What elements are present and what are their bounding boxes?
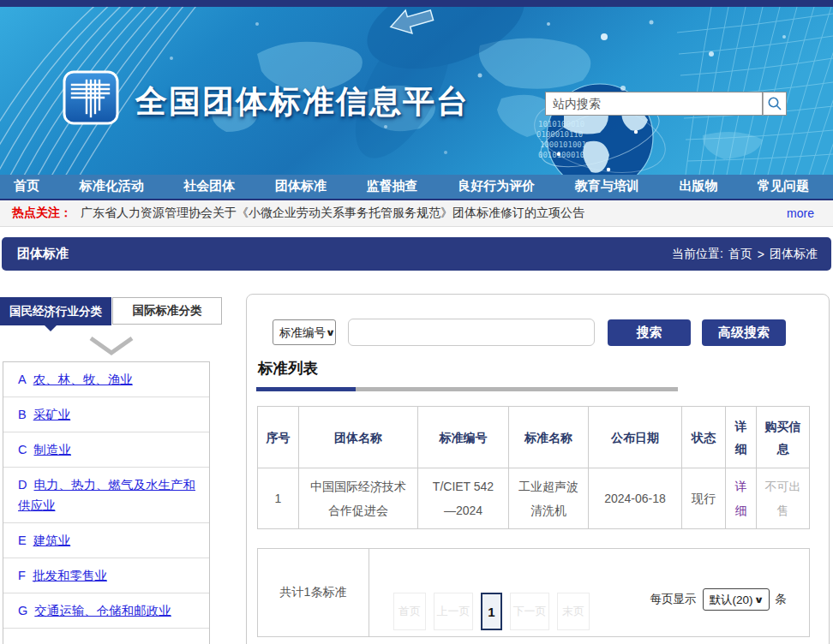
total-count: 共计1条标准 bbox=[258, 549, 369, 636]
breadcrumb-separator: > bbox=[758, 247, 764, 261]
chevron-down-icon: ∨ bbox=[753, 594, 770, 605]
category-item-e[interactable]: E 建筑业 bbox=[3, 523, 209, 558]
cell-group-name: 中国国际经济技术合作促进会 bbox=[299, 468, 418, 529]
standards-table: 序号 团体名称 标准编号 标准名称 公布日期 状态 详细 购买信息 1 中国国际… bbox=[257, 406, 810, 529]
purchase-info: 不可出售 bbox=[765, 480, 801, 517]
category-letter: D bbox=[18, 478, 27, 492]
keyword-input[interactable] bbox=[348, 319, 595, 346]
main-content: 标准编号 ∨ 搜索 高级搜索 标准列表 序号 团体名称 标准编号 标准名称 公布… bbox=[246, 294, 830, 644]
page-1-button[interactable]: 1 bbox=[481, 593, 502, 630]
hot-topic-bar: 热点关注： 广东省人力资源管理协会关于《小微企业劳动关系事务托管服务规范》团体标… bbox=[0, 200, 833, 227]
hot-topic-link[interactable]: 广东省人力资源管理协会关于《小微企业劳动关系事务托管服务规范》团体标准修订的立项… bbox=[81, 206, 584, 221]
col-publish-date: 公布日期 bbox=[589, 407, 682, 468]
nav-item-faq[interactable]: 常见问题 bbox=[758, 178, 809, 194]
category-item-b[interactable]: B 采矿业 bbox=[3, 397, 209, 432]
category-item-a[interactable]: A 农、林、牧、渔业 bbox=[3, 362, 209, 397]
pagination: 首页 上一页 1 下一页 末页 bbox=[393, 593, 590, 630]
per-page-label: 每页显示 bbox=[650, 592, 697, 607]
nav-item-group-standards[interactable]: 团体标准 bbox=[275, 178, 327, 194]
search-icon bbox=[767, 96, 782, 111]
list-title-rule bbox=[256, 387, 678, 391]
hot-topic-label: 热点关注： bbox=[12, 206, 72, 221]
col-serial: 序号 bbox=[258, 407, 299, 468]
search-button[interactable]: 搜索 bbox=[608, 319, 691, 346]
cell-standard-no: T/CIET 542—2024 bbox=[418, 468, 509, 529]
nav-item-education[interactable]: 教育与培训 bbox=[575, 178, 639, 194]
site-search-input[interactable] bbox=[545, 92, 763, 116]
category-label: 采矿业 bbox=[33, 408, 71, 421]
breadcrumb-home-link[interactable]: 首页 bbox=[728, 247, 752, 262]
page-next-button[interactable]: 下一页 bbox=[510, 593, 549, 630]
advanced-search-button[interactable]: 高级搜索 bbox=[702, 319, 786, 346]
banner: 10101000100100010110 1000101001001010001… bbox=[0, 7, 833, 175]
site-search bbox=[545, 92, 787, 116]
col-group-name: 团体名称 bbox=[299, 407, 418, 468]
search-type-dropdown[interactable]: 标准编号 bbox=[273, 320, 327, 344]
nav-item-supervision[interactable]: 监督抽查 bbox=[367, 178, 418, 194]
category-letter: G bbox=[18, 604, 27, 617]
category-letter: C bbox=[18, 443, 27, 456]
category-letter: E bbox=[18, 534, 27, 547]
category-label: 农、林、牧、渔业 bbox=[33, 373, 133, 386]
col-detail: 详细 bbox=[726, 407, 757, 468]
cell-status: 现行 bbox=[682, 468, 726, 529]
per-page-control: 每页显示 默认(20) ∨ 条 bbox=[650, 588, 787, 611]
category-item-d[interactable]: D 电力、热力、燃气及水生产和供应业 bbox=[3, 468, 209, 523]
nav-item-good-conduct[interactable]: 良好行为评价 bbox=[458, 178, 535, 194]
site-search-button[interactable] bbox=[763, 92, 787, 116]
svg-text:1000101001: 1000101001 bbox=[540, 140, 586, 149]
category-label: 电力、热力、燃气及水生产和供应业 bbox=[18, 478, 195, 512]
detail-link[interactable]: 详细 bbox=[735, 480, 747, 517]
category-item-c[interactable]: C 制造业 bbox=[3, 432, 209, 468]
breadcrumb-current: 团体标准 bbox=[770, 247, 818, 262]
category-letter: F bbox=[18, 569, 26, 582]
tab-international-standard-classification[interactable]: 国际标准分类 bbox=[112, 297, 222, 325]
tab-national-economy-classification[interactable]: 国民经济行业分类 bbox=[0, 297, 111, 325]
cell-serial: 1 bbox=[258, 468, 299, 529]
svg-text:0100010110: 0100010110 bbox=[536, 130, 583, 139]
page-prev-button[interactable]: 上一页 bbox=[434, 593, 473, 630]
pager-area: 首页 上一页 1 下一页 末页 每页显示 默认(20) ∨ 条 bbox=[369, 549, 809, 636]
category-label: 交通运输、仓储和邮政业 bbox=[34, 604, 171, 617]
top-strip bbox=[0, 0, 833, 7]
more-link[interactable]: more bbox=[787, 206, 814, 220]
col-purchase-info: 购买信息 bbox=[757, 407, 810, 468]
list-title: 标准列表 bbox=[258, 358, 318, 379]
nav-item-publications[interactable]: 出版物 bbox=[679, 178, 717, 194]
category-label: 制造业 bbox=[34, 443, 72, 456]
main-nav: 首页 标准化活动 社会团体 团体标准 监督抽查 良好行为评价 教育与培训 出版物… bbox=[0, 175, 833, 200]
category-letter: B bbox=[18, 408, 27, 421]
cell-publish-date: 2024-06-18 bbox=[589, 468, 682, 529]
page-title: 团体标准 bbox=[2, 246, 69, 262]
table-footer: 共计1条标准 首页 上一页 1 下一页 末页 每页显示 默认(20) ∨ bbox=[257, 548, 810, 637]
category-label: 批发和零售业 bbox=[33, 569, 107, 582]
col-standard-name: 标准名称 bbox=[509, 407, 589, 468]
category-item-g[interactable]: G 交通运输、仓储和邮政业 bbox=[3, 593, 209, 629]
category-item-f[interactable]: F 批发和零售业 bbox=[3, 558, 209, 593]
chevron-down-icon: ∨ bbox=[326, 327, 342, 338]
per-page-dropdown[interactable]: 默认(20) bbox=[704, 589, 756, 610]
svg-text:0010100010: 0010100010 bbox=[538, 151, 584, 159]
section-title-bar: 团体标准 当前位置: 首页 > 团体标准 bbox=[2, 237, 831, 271]
nav-item-social-groups[interactable]: 社会团体 bbox=[183, 178, 235, 194]
table-row: 1 中国国际经济技术合作促进会 T/CIET 542—2024 工业超声波清洗机… bbox=[258, 468, 810, 529]
page: 10101000100100010110 1000101001001010001… bbox=[0, 0, 833, 644]
cell-standard-name: 工业超声波清洗机 bbox=[509, 468, 589, 529]
col-status: 状态 bbox=[682, 407, 726, 468]
category-list: A 农、林、牧、渔业 B 采矿业 C 制造业 D 电力、热力、燃气及水生产和供应… bbox=[3, 361, 210, 644]
breadcrumb-label: 当前位置: bbox=[672, 247, 723, 262]
active-tab-pointer bbox=[45, 325, 57, 331]
nav-item-standardization-activities[interactable]: 标准化活动 bbox=[80, 178, 144, 194]
table-header-row: 序号 团体名称 标准编号 标准名称 公布日期 状态 详细 购买信息 bbox=[258, 407, 810, 468]
col-standard-no: 标准编号 bbox=[418, 407, 509, 468]
per-page-select[interactable]: 默认(20) ∨ bbox=[703, 588, 770, 611]
nav-item-home[interactable]: 首页 bbox=[14, 178, 39, 194]
per-page-suffix: 条 bbox=[776, 592, 788, 607]
search-type-select[interactable]: 标准编号 ∨ bbox=[273, 319, 336, 345]
chevron-down-icon bbox=[88, 336, 135, 356]
svg-text:1010100010: 1010100010 bbox=[538, 120, 584, 128]
breadcrumb: 当前位置: 首页 > 团体标准 bbox=[672, 247, 831, 262]
platform-logo bbox=[63, 70, 119, 125]
page-first-button[interactable]: 首页 bbox=[393, 593, 426, 630]
page-last-button[interactable]: 末页 bbox=[557, 593, 590, 630]
